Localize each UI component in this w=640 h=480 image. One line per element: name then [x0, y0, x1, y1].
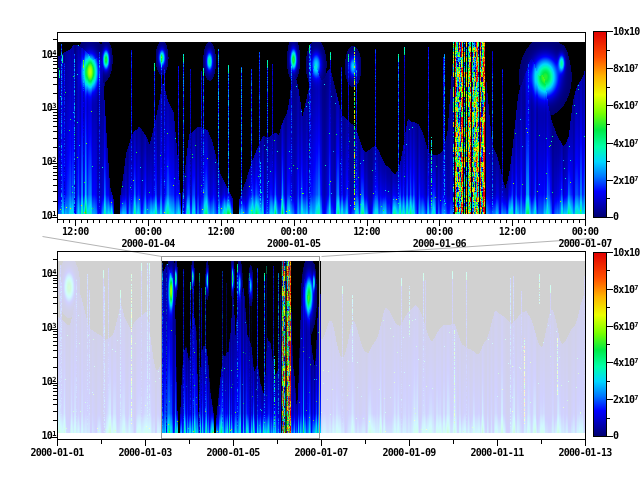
- zoom-selection-box[interactable]: [161, 256, 320, 439]
- spectrogram-app-window: 12:0000:002000-01-0412:0000:002000-01-05…: [0, 0, 640, 480]
- spectrogram-figure-canvas: [0, 0, 640, 480]
